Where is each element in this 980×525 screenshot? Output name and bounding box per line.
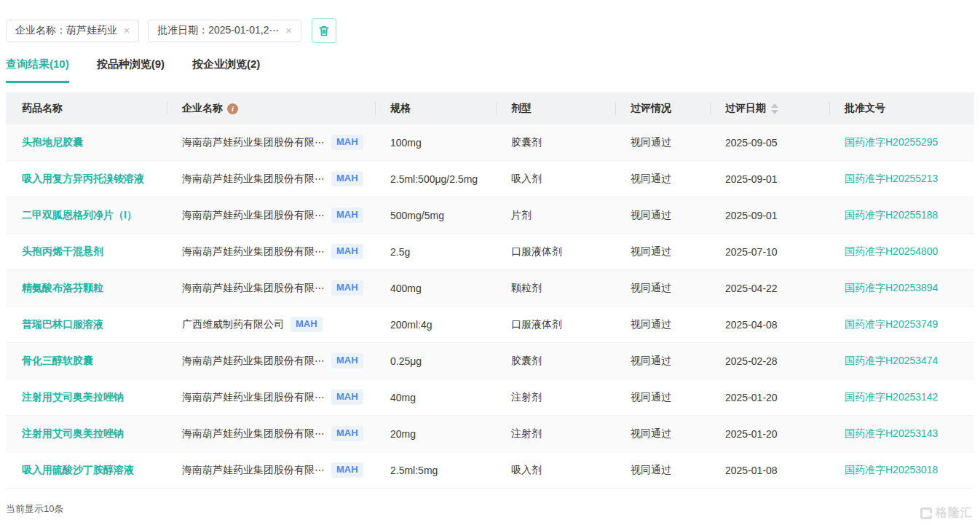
company-name: 海南葫芦娃药业集团股份有限⋯ xyxy=(182,173,325,186)
mah-badge: MAH xyxy=(331,171,363,186)
mah-badge: MAH xyxy=(331,280,363,296)
approval-number-link[interactable]: 国药准字H20255295 xyxy=(845,136,938,149)
spec-value: 40mg xyxy=(376,392,497,403)
review-status: 视同通过 xyxy=(616,245,711,258)
info-icon[interactable]: i xyxy=(227,103,238,114)
review-status: 视同通过 xyxy=(616,355,711,368)
mah-badge: MAH xyxy=(331,426,363,441)
mah-badge: MAH xyxy=(331,353,363,368)
spec-value: 200ml:4g xyxy=(376,319,497,331)
table-header-row: 药品名称 企业名称 i 规格 剂型 过评情况 过评日期 批准文号 xyxy=(6,92,974,125)
col-header-drug-name: 药品名称 xyxy=(6,92,167,125)
col-header-approval-number: 批准文号 xyxy=(830,92,974,125)
close-icon[interactable]: × xyxy=(285,25,291,36)
drug-name-link[interactable]: 头孢丙烯干混悬剂 xyxy=(22,245,103,258)
col-header-company-name: 企业名称 i xyxy=(167,92,376,125)
drug-name-link[interactable]: 注射用艾司奥美拉唑钠 xyxy=(22,427,124,441)
drug-name-link[interactable]: 精氨酸布洛芬颗粒 xyxy=(22,282,103,295)
col-header-review-status: 过评情况 xyxy=(616,92,711,125)
watermark-g-icon xyxy=(920,508,932,519)
dosage-form: 口服液体剂 xyxy=(497,318,616,331)
dosage-form: 吸入剂 xyxy=(497,173,616,186)
review-date: 2025-04-22 xyxy=(711,283,830,294)
review-status: 视同通过 xyxy=(616,282,711,295)
review-status: 视同通过 xyxy=(616,464,711,477)
spec-value: 2.5ml:500μg/2.5mg xyxy=(376,173,497,185)
table-row: 注射用艾司奥美拉唑钠 海南葫芦娃药业集团股份有限⋯MAH 40mg 注射剂 视同… xyxy=(6,379,974,416)
drug-name-link[interactable]: 吸入用复方异丙托溴铵溶液 xyxy=(22,173,144,186)
dosage-form: 口服液体剂 xyxy=(497,245,616,258)
approval-number-link[interactable]: 国药准字H20253474 xyxy=(845,355,938,368)
review-date: 2025-09-05 xyxy=(711,137,830,149)
sort-asc-icon[interactable] xyxy=(771,103,778,108)
filter-bar: 企业名称：葫芦娃药业 × 批准日期：2025-01-01,2⋯ × xyxy=(6,19,974,42)
drug-name-link[interactable]: 吸入用硫酸沙丁胺醇溶液 xyxy=(22,464,134,477)
drug-name-link[interactable]: 骨化三醇软胶囊 xyxy=(22,355,93,368)
company-name: 海南葫芦娃药业集团股份有限⋯ xyxy=(182,391,325,404)
approval-number-link[interactable]: 国药准字H20253018 xyxy=(845,464,938,477)
approval-number-link[interactable]: 国药准字H20253143 xyxy=(845,427,938,441)
mah-badge: MAH xyxy=(331,135,363,150)
tab-by-variety[interactable]: 按品种浏览(9) xyxy=(97,58,165,83)
tab-by-company[interactable]: 按企业浏览(2) xyxy=(192,58,260,83)
company-name: 海南葫芦娃药业集团股份有限⋯ xyxy=(182,136,325,149)
trash-icon xyxy=(317,24,331,37)
sort-desc-icon[interactable] xyxy=(771,110,778,114)
drug-name-link[interactable]: 头孢地尼胶囊 xyxy=(22,136,83,149)
approval-number-link[interactable]: 国药准字H20255188 xyxy=(845,209,938,222)
drug-name-link[interactable]: 二甲双胍恩格列净片（I） xyxy=(22,209,137,222)
table-row: 普瑞巴林口服溶液 广西维威制药有限公司MAH 200ml:4g 口服液体剂 视同… xyxy=(6,307,974,343)
table-row: 骨化三醇软胶囊 海南葫芦娃药业集团股份有限⋯MAH 0.25μg 胶囊剂 视同通… xyxy=(6,343,974,379)
col-header-review-date[interactable]: 过评日期 xyxy=(711,92,830,125)
review-date: 2025-01-08 xyxy=(711,465,830,476)
company-name: 广西维威制药有限公司 xyxy=(182,318,284,331)
review-status: 视同通过 xyxy=(616,318,711,331)
dosage-form: 胶囊剂 xyxy=(497,136,616,149)
drug-name-link[interactable]: 普瑞巴林口服溶液 xyxy=(22,318,103,331)
close-icon[interactable]: × xyxy=(124,25,130,36)
review-status: 视同通过 xyxy=(616,173,711,186)
company-name: 海南葫芦娃药业集团股份有限⋯ xyxy=(182,427,325,441)
review-date: 2025-01-20 xyxy=(711,428,830,440)
dosage-form: 胶囊剂 xyxy=(497,355,616,368)
dosage-form: 吸入剂 xyxy=(497,464,616,477)
review-status: 视同通过 xyxy=(616,391,711,404)
mah-badge: MAH xyxy=(331,244,363,259)
filter-tag-company: 企业名称：葫芦娃药业 × xyxy=(6,20,139,42)
review-status: 视同通过 xyxy=(616,427,711,441)
clear-filters-button[interactable] xyxy=(312,18,336,43)
table-row: 头孢地尼胶囊 海南葫芦娃药业集团股份有限⋯MAH 100mg 胶囊剂 视同通过 … xyxy=(6,125,974,161)
table-row: 吸入用复方异丙托溴铵溶液 海南葫芦娃药业集团股份有限⋯MAH 2.5ml:500… xyxy=(6,161,974,197)
mah-badge: MAH xyxy=(331,208,363,223)
review-status: 视同通过 xyxy=(616,136,711,149)
company-name: 海南葫芦娃药业集团股份有限⋯ xyxy=(182,355,325,368)
col-header-spec: 规格 xyxy=(376,92,497,125)
review-date: 2025-07-10 xyxy=(711,246,830,258)
mah-badge: MAH xyxy=(331,390,363,405)
dosage-form: 注射剂 xyxy=(497,391,616,404)
spec-value: 500mg/5mg xyxy=(376,210,497,221)
tab-bar: 查询结果(10) 按品种浏览(9) 按企业浏览(2) xyxy=(6,58,974,83)
review-date: 2025-09-01 xyxy=(711,173,830,185)
mah-badge: MAH xyxy=(331,462,363,478)
approval-number-link[interactable]: 国药准字H20253749 xyxy=(845,318,938,331)
table-row: 注射用艾司奥美拉唑钠 海南葫芦娃药业集团股份有限⋯MAH 20mg 注射剂 视同… xyxy=(6,416,974,452)
drug-name-link[interactable]: 注射用艾司奥美拉唑钠 xyxy=(22,391,124,404)
filter-tag-approval-date: 批准日期：2025-01-01,2⋯ × xyxy=(148,20,301,42)
sort-icon[interactable] xyxy=(771,103,778,114)
company-name: 海南葫芦娃药业集团股份有限⋯ xyxy=(182,209,325,222)
approval-number-link[interactable]: 国药准字H20253142 xyxy=(845,391,938,404)
approval-number-link[interactable]: 国药准字H20254800 xyxy=(845,245,938,258)
col-header-dosage-form: 剂型 xyxy=(497,92,616,125)
review-date: 2025-02-28 xyxy=(711,355,830,367)
results-count: 当前显示10条 xyxy=(6,502,974,516)
spec-value: 2.5g xyxy=(376,246,497,258)
spec-value: 400mg xyxy=(376,283,497,294)
tab-query-results[interactable]: 查询结果(10) xyxy=(6,58,69,83)
spec-value: 20mg xyxy=(376,428,497,440)
table-row: 二甲双胍恩格列净片（I） 海南葫芦娃药业集团股份有限⋯MAH 500mg/5mg… xyxy=(6,197,974,234)
approval-number-link[interactable]: 国药准字H20253894 xyxy=(845,282,938,295)
approval-number-link[interactable]: 国药准字H20255213 xyxy=(845,173,938,186)
results-table: 药品名称 企业名称 i 规格 剂型 过评情况 过评日期 批准文号 头孢地尼胶囊 … xyxy=(6,92,974,489)
filter-tag-label: 企业名称：葫芦娃药业 xyxy=(15,24,117,37)
